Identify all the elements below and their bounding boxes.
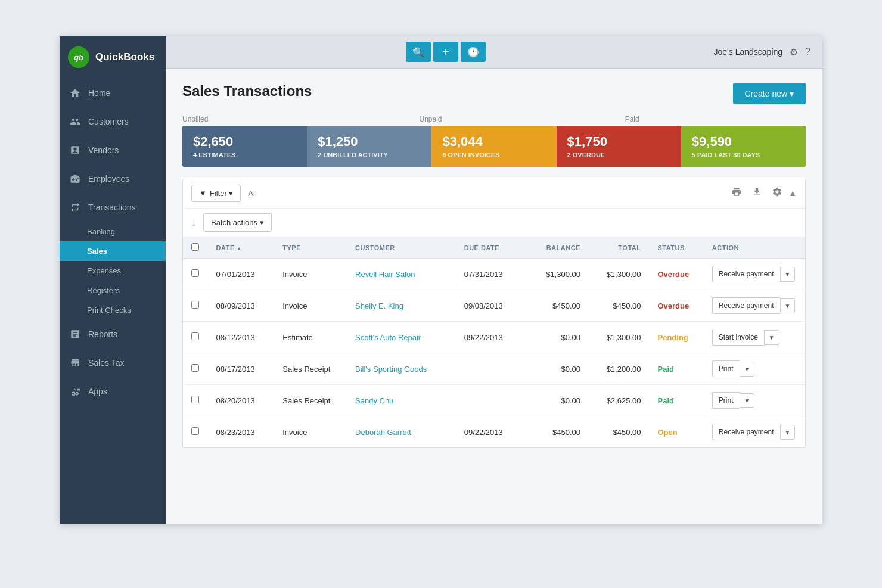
sidebar-sub-registers[interactable]: Registers bbox=[60, 281, 166, 300]
summary-card-estimates[interactable]: $2,650 4 ESTIMATES bbox=[182, 126, 307, 167]
row-status: Overdue bbox=[649, 290, 703, 322]
action-dropdown-button-3[interactable]: ▼ bbox=[740, 362, 755, 377]
logo-area[interactable]: qb QuickBooks bbox=[60, 36, 166, 79]
sidebar-item-customers[interactable]: Customers bbox=[60, 107, 166, 136]
summary-card-paid[interactable]: $9,590 5 PAID LAST 30 DAYS bbox=[681, 126, 806, 167]
row-due-date bbox=[456, 385, 523, 416]
sidebar-sub-print-checks[interactable]: Print Checks bbox=[60, 300, 166, 320]
page-title: Sales Transactions bbox=[182, 83, 312, 99]
th-total[interactable]: TOTAL bbox=[589, 237, 649, 259]
sidebar-item-vendors[interactable]: Vendors bbox=[60, 136, 166, 164]
row-customer[interactable]: Deborah Garrett bbox=[347, 416, 456, 448]
select-all-checkbox[interactable] bbox=[191, 243, 199, 251]
row-checkbox-0[interactable] bbox=[191, 269, 199, 277]
customers-icon bbox=[69, 116, 81, 127]
row-due-date: 09/08/2013 bbox=[456, 290, 523, 322]
company-name: Joe's Landscaping bbox=[714, 47, 783, 57]
help-button[interactable]: ? bbox=[805, 46, 810, 57]
action-main-button-5[interactable]: Receive payment bbox=[712, 424, 780, 440]
row-status: Overdue bbox=[649, 259, 703, 290]
action-main-button-4[interactable]: Print bbox=[712, 392, 740, 409]
table-row: 08/12/2013 Estimate Scott's Auto Repair … bbox=[183, 322, 805, 353]
row-checkbox-5[interactable] bbox=[191, 427, 199, 435]
sidebar-sub-expenses[interactable]: Expenses bbox=[60, 261, 166, 281]
summary-card-overdue[interactable]: $1,750 2 OVERDUE bbox=[557, 126, 681, 167]
row-action: Receive payment ▼ bbox=[704, 416, 805, 448]
row-customer[interactable]: Scott's Auto Repair bbox=[347, 322, 456, 353]
sidebar-item-employees[interactable]: Employees bbox=[60, 164, 166, 193]
sidebar-item-transactions[interactable]: Transactions bbox=[60, 193, 166, 222]
row-date: 08/12/2013 bbox=[208, 322, 275, 353]
row-status: Pending bbox=[649, 322, 703, 353]
search-button[interactable]: 🔍 bbox=[406, 42, 431, 62]
sidebar-item-home[interactable]: Home bbox=[60, 79, 166, 107]
action-dropdown-button-4[interactable]: ▼ bbox=[740, 393, 755, 408]
action-main-button-3[interactable]: Print bbox=[712, 360, 740, 377]
th-type[interactable]: TYPE bbox=[274, 237, 347, 259]
row-checkbox-4[interactable] bbox=[191, 396, 199, 403]
page-header: Sales Transactions Create new ▾ bbox=[182, 83, 806, 104]
top-bar-right: Joe's Landscaping ⚙ ? bbox=[714, 46, 810, 58]
row-checkbox-cell bbox=[183, 322, 208, 353]
action-dropdown-button-0[interactable]: ▼ bbox=[780, 267, 796, 282]
add-button[interactable]: + bbox=[433, 42, 458, 62]
row-type: Estimate bbox=[274, 322, 347, 353]
row-status: Paid bbox=[649, 353, 703, 385]
export-icon-button[interactable] bbox=[748, 184, 766, 202]
batch-actions-button[interactable]: Batch actions ▾ bbox=[203, 213, 272, 232]
row-total: $2,625.00 bbox=[589, 385, 649, 416]
main-content: Sales Transactions Create new ▾ Unbilled… bbox=[166, 69, 822, 524]
clock-button[interactable]: 🕐 bbox=[461, 42, 486, 62]
row-checkbox-1[interactable] bbox=[191, 301, 199, 309]
summary-card-unbilled-activity[interactable]: $1,250 2 UNBILLED ACTIVITY bbox=[307, 126, 431, 167]
summary-section: Unbilled Unpaid Paid $2,650 4 ESTIMATES … bbox=[182, 115, 806, 167]
row-balance: $0.00 bbox=[522, 353, 589, 385]
sidebar-sub-sales[interactable]: Sales bbox=[60, 241, 166, 261]
action-dropdown-button-5[interactable]: ▼ bbox=[780, 425, 796, 440]
row-checkbox-3[interactable] bbox=[191, 364, 199, 372]
th-customer[interactable]: CUSTOMER bbox=[347, 237, 456, 259]
filter-button[interactable]: ▼ Filter ▾ bbox=[191, 185, 241, 202]
sidebar-item-sales-tax[interactable]: Sales Tax bbox=[60, 349, 166, 377]
collapse-button[interactable]: ▲ bbox=[788, 188, 797, 198]
row-action: Start invoice ▼ bbox=[704, 322, 805, 353]
th-due-date[interactable]: DUE DATE bbox=[456, 237, 523, 259]
overdue-amount: $1,750 bbox=[567, 134, 670, 150]
th-status[interactable]: STATUS bbox=[649, 237, 703, 259]
th-date[interactable]: DATE bbox=[208, 237, 275, 259]
open-invoices-amount: $3,044 bbox=[442, 134, 545, 150]
sidebar-item-apps[interactable]: Apps bbox=[60, 377, 166, 406]
settings-icon-button[interactable] bbox=[768, 184, 786, 202]
paid-label: Paid bbox=[625, 115, 806, 123]
sidebar-item-label: Sales Tax bbox=[88, 358, 124, 368]
sidebar-item-reports[interactable]: Reports bbox=[60, 320, 166, 349]
row-checkbox-cell bbox=[183, 416, 208, 448]
row-type: Sales Receipt bbox=[274, 385, 347, 416]
row-total: $450.00 bbox=[589, 416, 649, 448]
row-customer[interactable]: Shelly E. King bbox=[347, 290, 456, 322]
row-due-date: 09/22/2013 bbox=[456, 416, 523, 448]
create-new-button[interactable]: Create new ▾ bbox=[733, 83, 806, 104]
sidebar: qb QuickBooks Home Customers bbox=[60, 36, 166, 524]
th-balance[interactable]: BALANCE bbox=[522, 237, 589, 259]
table-header-row: DATE TYPE CUSTOMER DUE DATE BALANCE TOTA… bbox=[183, 237, 805, 259]
app-name: QuickBooks bbox=[95, 51, 154, 63]
clock-icon: 🕐 bbox=[467, 46, 479, 58]
action-main-button-0[interactable]: Receive payment bbox=[712, 266, 780, 282]
action-dropdown-button-2[interactable]: ▼ bbox=[764, 330, 779, 345]
summary-card-open-invoices[interactable]: $3,044 6 OPEN INVOICES bbox=[431, 126, 556, 167]
action-main-button-2[interactable]: Start invoice bbox=[712, 329, 764, 346]
sidebar-sub-banking[interactable]: Banking bbox=[60, 222, 166, 241]
row-action: Receive payment ▼ bbox=[704, 290, 805, 322]
row-checkbox-2[interactable] bbox=[191, 332, 199, 340]
print-icon-button[interactable] bbox=[728, 184, 746, 202]
settings-button[interactable]: ⚙ bbox=[790, 46, 798, 58]
sidebar-item-label: Reports bbox=[88, 329, 117, 339]
unbilled-label: Unbilled bbox=[182, 115, 419, 123]
transactions-icon bbox=[69, 201, 81, 213]
row-customer[interactable]: Bill's Sporting Goods bbox=[347, 353, 456, 385]
row-customer[interactable]: Sandy Chu bbox=[347, 385, 456, 416]
action-dropdown-button-1[interactable]: ▼ bbox=[780, 298, 796, 313]
row-customer[interactable]: Revell Hair Salon bbox=[347, 259, 456, 290]
action-main-button-1[interactable]: Receive payment bbox=[712, 297, 780, 314]
